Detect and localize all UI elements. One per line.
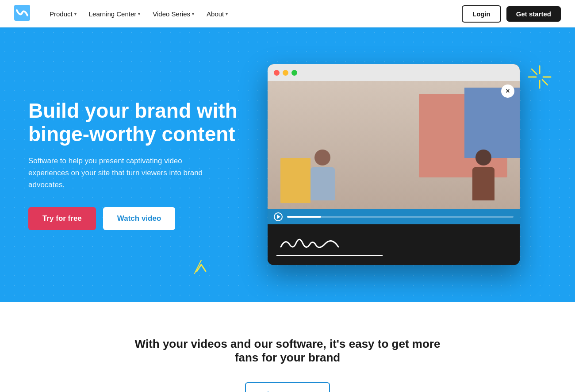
chevron-down-icon: ▾ — [226, 12, 228, 16]
video-scene — [268, 81, 520, 209]
nav-actions: Login Get started — [462, 5, 561, 23]
navbar: Product ▾ Learning Center ▾ Video Series… — [0, 0, 575, 27]
video-area — [268, 81, 520, 209]
hero-title: Build your brand with binge-worthy conte… — [28, 99, 241, 146]
progress-bar[interactable] — [287, 216, 514, 218]
value-prop-title: With your videos and our software, it's … — [133, 337, 442, 365]
browser-window: × — [268, 64, 520, 265]
sparkle-decoration-bottom — [190, 256, 212, 280]
progress-fill — [287, 216, 321, 218]
hero-video-mockup: × — [241, 64, 547, 265]
person-head-left — [314, 150, 330, 165]
nav-links: Product ▾ Learning Center ▾ Video Series… — [44, 7, 462, 21]
chevron-down-icon: ▾ — [138, 12, 140, 16]
play-icon — [277, 215, 280, 219]
video-controls — [268, 209, 520, 224]
nav-item-product[interactable]: Product ▾ — [44, 7, 82, 21]
browser-dot-red — [274, 70, 280, 76]
person-body-right — [472, 167, 494, 200]
svg-line-8 — [201, 265, 206, 271]
nav-item-video-series[interactable]: Video Series ▾ — [147, 7, 199, 21]
learn-more-button[interactable]: Learn more — [245, 382, 330, 392]
person-left — [310, 150, 335, 200]
browser-content — [268, 81, 520, 265]
hero-subtitle: Software to help you present captivating… — [28, 155, 205, 191]
person-right — [472, 150, 494, 200]
signature-underline — [276, 255, 383, 256]
browser-dot-yellow — [283, 70, 288, 76]
browser-dot-green — [291, 70, 297, 76]
hero-section: Build your brand with binge-worthy conte… — [0, 27, 575, 302]
get-started-button[interactable]: Get started — [506, 6, 561, 22]
person-head-right — [475, 150, 491, 165]
play-button[interactable] — [274, 212, 283, 221]
bg-panel-blue — [464, 88, 520, 158]
chevron-down-icon: ▾ — [192, 12, 194, 16]
value-prop-section: With your videos and our software, it's … — [0, 302, 575, 392]
logo[interactable] — [14, 5, 30, 23]
hero-content: Build your brand with binge-worthy conte… — [28, 99, 241, 230]
hero-buttons: Try for free Watch video — [28, 207, 241, 230]
person-body-left — [310, 167, 335, 200]
signature — [276, 231, 365, 254]
close-button[interactable]: × — [501, 85, 514, 98]
nav-item-about[interactable]: About ▾ — [201, 7, 233, 21]
try-for-free-button[interactable]: Try for free — [28, 207, 96, 230]
bg-panel-yellow — [280, 158, 310, 203]
login-button[interactable]: Login — [462, 5, 501, 23]
browser-topbar — [268, 64, 520, 81]
browser-footer — [268, 224, 520, 265]
watch-video-button[interactable]: Watch video — [103, 207, 176, 230]
nav-item-learning-center[interactable]: Learning Center ▾ — [84, 7, 146, 21]
chevron-down-icon: ▾ — [74, 12, 77, 16]
